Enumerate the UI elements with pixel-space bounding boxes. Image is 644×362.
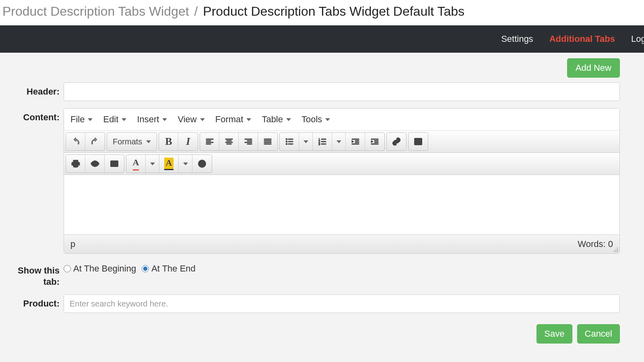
outdent-button[interactable]	[346, 133, 365, 150]
caret-icon	[325, 118, 330, 121]
indent-button[interactable]	[365, 133, 384, 150]
align-left-icon	[205, 137, 215, 146]
product-search-input[interactable]	[64, 294, 620, 313]
caret-icon	[122, 118, 126, 121]
text-color-button[interactable]: A	[126, 155, 146, 173]
show-tab-label: Show this tab:	[3, 261, 64, 287]
caret-icon	[336, 140, 341, 143]
radio-at-beginning-input[interactable]	[64, 265, 71, 272]
breadcrumb-parent[interactable]: Product Description Tabs Widget	[2, 4, 189, 19]
show-tab-radio-group: At The Begining At The End	[64, 261, 620, 274]
formats-dropdown[interactable]: Formats	[107, 133, 157, 150]
header-label: Header:	[3, 82, 64, 97]
caret-icon	[146, 140, 151, 143]
menu-file-label: File	[70, 114, 85, 125]
rich-text-editor: File Edit Insert View Format Table Tools	[64, 108, 620, 254]
menu-format[interactable]: Format	[215, 114, 252, 125]
menu-edit-label: Edit	[103, 114, 118, 125]
align-justify-button[interactable]	[258, 133, 277, 150]
bg-color-more[interactable]	[179, 155, 192, 173]
breadcrumb-current: Product Description Tabs Widget Default …	[203, 4, 464, 19]
editor-menubar: File Edit Insert View Format Table Tools	[64, 109, 619, 131]
bg-color-icon: A	[164, 158, 174, 170]
content-label: Content:	[3, 108, 64, 123]
editor-toolbar-row-2: A A	[64, 153, 619, 175]
redo-button[interactable]	[85, 133, 105, 150]
formats-label: Formats	[113, 137, 142, 146]
emoticons-button[interactable]	[192, 155, 212, 173]
bullet-list-more[interactable]	[299, 133, 313, 150]
radio-at-end-input[interactable]	[142, 265, 149, 272]
bold-button[interactable]: B	[159, 133, 178, 150]
image-icon	[413, 137, 423, 146]
italic-button[interactable]: I	[178, 133, 198, 150]
svg-point-2	[286, 143, 287, 145]
svg-point-8	[94, 162, 96, 165]
nav-additional-tabs[interactable]: Additional Tabs	[549, 34, 615, 44]
editor-statusbar: p Words: 0	[64, 234, 619, 253]
redo-icon	[90, 137, 100, 146]
print-icon	[71, 159, 80, 169]
menu-table[interactable]: Table	[262, 114, 291, 125]
editor-word-count: Words: 0	[578, 239, 613, 249]
align-left-button[interactable]	[200, 133, 219, 150]
nav-log[interactable]: Log	[631, 34, 644, 44]
product-label: Product:	[3, 294, 64, 309]
caret-icon	[88, 118, 93, 121]
image-button[interactable]	[409, 133, 428, 150]
svg-point-12	[203, 162, 204, 163]
media-icon	[109, 159, 119, 169]
align-right-button[interactable]	[239, 133, 258, 150]
svg-text:3: 3	[318, 142, 320, 146]
editor-content-area[interactable]	[64, 175, 619, 234]
outdent-icon	[351, 137, 360, 146]
print-button[interactable]	[66, 155, 85, 173]
undo-icon	[71, 137, 80, 146]
menu-tools[interactable]: Tools	[301, 114, 330, 125]
align-center-button[interactable]	[219, 133, 239, 150]
words-label: Words:	[578, 239, 605, 249]
text-color-more[interactable]	[146, 155, 159, 173]
bg-color-button[interactable]: A	[159, 155, 179, 173]
bullet-list-button[interactable]	[280, 133, 299, 150]
bullet-list-icon	[285, 137, 294, 146]
caret-icon	[303, 140, 308, 143]
menu-format-label: Format	[215, 114, 244, 125]
text-color-icon: A	[133, 157, 139, 171]
numbered-list-more[interactable]	[332, 133, 346, 150]
nav-settings[interactable]: Settings	[501, 34, 533, 44]
radio-at-end-label: At The End	[151, 263, 196, 274]
cancel-button[interactable]: Cancel	[577, 324, 620, 343]
svg-point-0	[286, 138, 287, 140]
preview-button[interactable]	[85, 155, 105, 173]
menu-view[interactable]: View	[178, 114, 204, 125]
undo-button[interactable]	[66, 133, 85, 150]
smile-icon	[197, 159, 207, 169]
align-justify-icon	[263, 137, 272, 146]
radio-at-beginning-label: At The Begining	[73, 263, 136, 274]
link-button[interactable]	[387, 133, 406, 150]
caret-icon	[150, 162, 155, 165]
menu-insert[interactable]: Insert	[137, 114, 167, 125]
save-button[interactable]: Save	[537, 324, 572, 343]
svg-point-7	[416, 140, 418, 142]
media-button[interactable]	[105, 155, 124, 173]
menu-file[interactable]: File	[70, 114, 93, 125]
radio-at-end[interactable]: At The End	[142, 263, 196, 274]
numbered-list-button[interactable]: 123	[313, 133, 332, 150]
editor-path[interactable]: p	[70, 239, 75, 249]
caret-icon	[183, 162, 188, 165]
add-new-button[interactable]: Add New	[567, 58, 620, 78]
radio-at-beginning[interactable]: At The Begining	[64, 263, 136, 274]
svg-point-1	[286, 141, 287, 142]
menu-insert-label: Insert	[137, 114, 159, 125]
align-center-icon	[224, 137, 234, 146]
italic-icon: I	[186, 136, 190, 148]
resize-grip-icon[interactable]	[612, 246, 619, 253]
numbered-list-icon: 123	[318, 137, 327, 146]
caret-icon	[246, 118, 251, 121]
svg-point-11	[200, 162, 201, 163]
indent-icon	[370, 137, 380, 146]
header-input[interactable]	[64, 82, 620, 101]
menu-edit[interactable]: Edit	[103, 114, 126, 125]
